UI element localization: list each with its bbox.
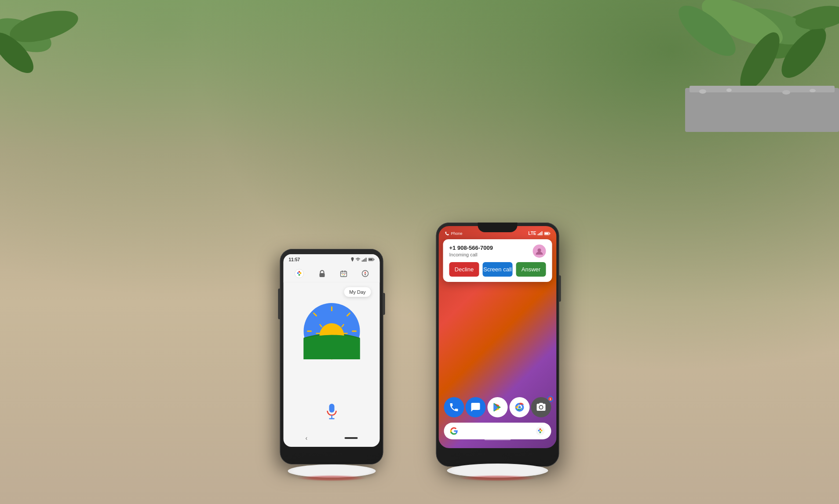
signal-icon-right bbox=[538, 231, 543, 235]
svg-rect-18 bbox=[365, 259, 365, 262]
call-info: +1 908-566-7009 Incoming call bbox=[449, 245, 493, 257]
phone-right-body: Phone LTE bbox=[436, 223, 559, 467]
svg-rect-21 bbox=[374, 259, 375, 260]
camera-svg bbox=[536, 402, 547, 413]
svg-rect-19 bbox=[366, 258, 367, 262]
svg-marker-36 bbox=[365, 271, 366, 274]
phone-dock-svg bbox=[449, 402, 459, 413]
svg-point-33 bbox=[343, 274, 343, 275]
compass-icon bbox=[362, 270, 369, 277]
phone-notch bbox=[478, 223, 518, 232]
decline-button[interactable]: Decline bbox=[449, 262, 479, 277]
signal-icon bbox=[362, 257, 367, 262]
svg-rect-50 bbox=[329, 404, 334, 413]
screen-call-button[interactable]: Screen call bbox=[483, 262, 513, 277]
svg-point-64 bbox=[518, 406, 521, 409]
plant-decoration-left bbox=[0, 0, 132, 88]
volume-button-right bbox=[383, 293, 385, 315]
svg-point-10 bbox=[726, 88, 732, 92]
svg-point-65 bbox=[536, 427, 545, 435]
messages-svg bbox=[471, 402, 481, 413]
phone-right: Phone LTE bbox=[436, 223, 559, 469]
dock-chrome-icon[interactable] bbox=[509, 397, 529, 417]
svg-point-67 bbox=[540, 428, 541, 430]
svg-rect-53 bbox=[538, 234, 539, 235]
microphone-icon bbox=[325, 403, 338, 420]
battery-icon-right bbox=[544, 232, 551, 235]
answer-button[interactable]: Answer bbox=[516, 262, 546, 277]
my-day-button[interactable]: My Day bbox=[344, 287, 371, 297]
location-icon bbox=[351, 257, 354, 262]
dock-messages-icon[interactable] bbox=[466, 397, 486, 417]
phone-left: 11:57 bbox=[280, 249, 383, 469]
left-toolbar bbox=[284, 265, 380, 282]
svg-rect-56 bbox=[542, 231, 543, 235]
wifi-icon bbox=[356, 258, 361, 262]
wireless-charger-right bbox=[447, 464, 548, 478]
svg-rect-59 bbox=[545, 233, 549, 234]
caller-number: +1 908-566-7009 bbox=[449, 245, 493, 251]
wireless-charger-left bbox=[288, 464, 376, 478]
svg-point-25 bbox=[298, 271, 300, 273]
home-pill bbox=[344, 437, 357, 439]
svg-point-27 bbox=[298, 274, 300, 276]
dock-phone-icon[interactable]: 1 bbox=[444, 397, 464, 417]
svg-rect-58 bbox=[550, 233, 551, 234]
right-status-left: Phone bbox=[445, 231, 463, 236]
my-day-label: My Day bbox=[349, 289, 365, 295]
call-header: +1 908-566-7009 Incoming call bbox=[449, 245, 546, 258]
svg-point-69 bbox=[540, 431, 541, 433]
incoming-call-card: +1 908-566-7009 Incoming call Decline bbox=[443, 239, 552, 282]
app-dock: 1 bbox=[443, 397, 552, 417]
google-g-icon bbox=[450, 427, 458, 435]
power-button-right bbox=[559, 275, 561, 302]
google-search-bar[interactable] bbox=[444, 423, 551, 439]
call-status-label: Incoming call bbox=[449, 252, 493, 257]
svg-point-12 bbox=[810, 89, 816, 92]
svg-rect-17 bbox=[363, 259, 364, 262]
phone-left-body: 11:57 bbox=[280, 249, 383, 464]
back-button[interactable]: ‹ bbox=[306, 435, 308, 442]
dock-camera-icon[interactable] bbox=[531, 397, 551, 417]
svg-point-23 bbox=[295, 269, 303, 278]
plant-decoration bbox=[575, 0, 839, 132]
svg-rect-28 bbox=[319, 273, 325, 277]
phone-right-screen: Phone LTE bbox=[439, 226, 557, 448]
svg-marker-37 bbox=[365, 274, 366, 276]
svg-point-68 bbox=[541, 430, 543, 431]
left-time: 11:57 bbox=[289, 257, 300, 262]
svg-point-9 bbox=[699, 89, 706, 94]
svg-point-24 bbox=[297, 272, 299, 274]
person-icon bbox=[536, 247, 544, 255]
call-action-buttons: Decline Screen call Answer bbox=[449, 262, 546, 277]
svg-rect-55 bbox=[540, 232, 541, 235]
right-status-right: LTE bbox=[528, 231, 550, 236]
phones-area: 11:57 bbox=[280, 223, 559, 469]
phone-app-icon bbox=[445, 231, 449, 236]
svg-rect-22 bbox=[369, 259, 373, 260]
svg-point-60 bbox=[538, 248, 541, 252]
svg-rect-54 bbox=[539, 233, 540, 235]
chrome-svg bbox=[514, 402, 525, 413]
left-bottom-nav: ‹ bbox=[287, 430, 376, 446]
google-assistant-icon bbox=[294, 269, 304, 278]
svg-point-11 bbox=[782, 90, 790, 95]
lock-icon bbox=[318, 270, 325, 278]
volume-button-left bbox=[278, 289, 280, 319]
svg-point-34 bbox=[344, 274, 345, 275]
mic-area[interactable] bbox=[325, 403, 338, 420]
calendar-icon bbox=[340, 270, 347, 277]
caller-avatar bbox=[533, 245, 546, 258]
svg-rect-7 bbox=[685, 88, 839, 132]
dock-playstore-icon[interactable] bbox=[487, 397, 507, 417]
lte-label: LTE bbox=[528, 231, 536, 236]
sunrise-illustration bbox=[303, 303, 360, 360]
left-status-bar: 11:57 bbox=[284, 254, 380, 265]
svg-rect-16 bbox=[362, 260, 363, 262]
svg-point-26 bbox=[299, 272, 301, 274]
battery-icon bbox=[368, 258, 375, 261]
assistant-mic-icon bbox=[536, 426, 545, 436]
phone-app-label: Phone bbox=[451, 231, 463, 236]
playstore-svg bbox=[492, 402, 503, 413]
phone-left-screen: 11:57 bbox=[284, 254, 380, 447]
